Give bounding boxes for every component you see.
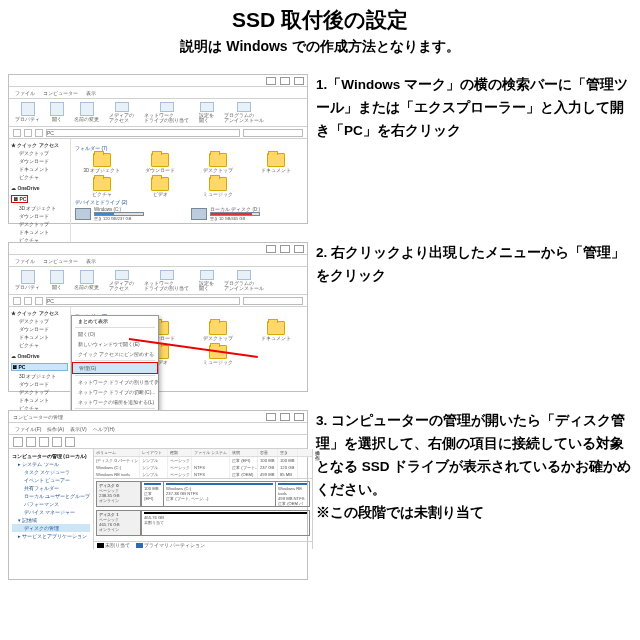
column-header[interactable]: レイアウト: [140, 449, 168, 456]
tree-item[interactable]: デバイス マネージャー: [12, 508, 90, 516]
sidebar-item[interactable]: ドキュメント: [11, 333, 68, 341]
folder-icon[interactable]: デスクトップ: [191, 321, 245, 341]
folder-icon[interactable]: ドキュメント: [249, 321, 303, 341]
ribbon-button[interactable]: 開く: [50, 102, 64, 123]
maximize-icon[interactable]: [280, 413, 290, 421]
sidebar-item[interactable]: ダウンロード: [11, 380, 68, 388]
close-icon[interactable]: [294, 245, 304, 253]
menu-item[interactable]: 開く(O): [72, 329, 158, 339]
menu-item[interactable]: クイック アクセスにピン留めする: [72, 349, 158, 359]
sidebar-item[interactable]: ☁ OneDrive: [11, 185, 68, 191]
volume-row[interactable]: (ディスク 0 パーティション 1)シンプルベーシック正常 (EFI)100 M…: [94, 457, 312, 464]
ribbon-button[interactable]: 名前の変更: [74, 102, 99, 123]
menu-item[interactable]: ヘルプ(H): [93, 426, 115, 432]
menu-item[interactable]: ネットワーク ドライブの切断(C)...: [72, 387, 158, 397]
toolbar-icon[interactable]: [26, 437, 36, 447]
menu-item[interactable]: ネットワーク ドライブの割り当て(N)...: [72, 377, 158, 387]
tab-view[interactable]: 表示: [86, 258, 96, 264]
menu-item[interactable]: 操作(A): [47, 426, 64, 432]
toolbar-icon[interactable]: [52, 437, 62, 447]
sidebar-item[interactable]: ☁ OneDrive: [11, 353, 68, 359]
menu-item[interactable]: ファイル(F): [15, 426, 41, 432]
sidebar-item[interactable]: ダウンロード: [11, 212, 68, 220]
minimize-icon[interactable]: [266, 245, 276, 253]
folder-icon[interactable]: デスクトップ: [191, 153, 245, 173]
folder-icon[interactable]: ミュージック: [191, 177, 245, 197]
column-header[interactable]: 容量: [258, 449, 278, 456]
partition[interactable]: Windows (C:)237.38 GB NTFS正常 (ブート, ページ…): [163, 482, 275, 506]
ribbon-button[interactable]: メディアのアクセス: [109, 270, 134, 291]
column-header[interactable]: ボリューム: [94, 449, 140, 456]
sidebar-item[interactable]: 3D オブジェクト: [11, 372, 68, 380]
sidebar-item[interactable]: ドキュメント: [11, 228, 68, 236]
toolbar-icon[interactable]: [39, 437, 49, 447]
back-icon[interactable]: [13, 297, 21, 305]
tab-file[interactable]: ファイル: [15, 90, 35, 96]
sidebar-item[interactable]: ピクチャ: [11, 341, 68, 349]
up-icon[interactable]: [35, 129, 43, 137]
ribbon-button[interactable]: ネットワークドライブの割り当て: [144, 270, 189, 291]
ribbon-button[interactable]: 設定を開く: [199, 102, 214, 123]
partition[interactable]: Windows RE tools499 MB NTFS正常 (OEM パーティシ…: [275, 482, 309, 506]
drive-item[interactable]: Windows (C:)空き 120 GB/237 GB: [75, 207, 187, 221]
minimize-icon[interactable]: [266, 413, 276, 421]
sidebar-item[interactable]: ドキュメント: [11, 165, 68, 173]
search-input[interactable]: [243, 297, 303, 305]
ribbon-button[interactable]: メディアのアクセス: [109, 102, 134, 123]
ribbon-button[interactable]: 開く: [50, 270, 64, 291]
sidebar-item[interactable]: ピクチャ: [11, 173, 68, 181]
ribbon-button[interactable]: ネットワークドライブの割り当て: [144, 102, 189, 123]
up-icon[interactable]: [35, 297, 43, 305]
ribbon-button[interactable]: 名前の変更: [74, 270, 99, 291]
tree-item[interactable]: ▾ 記憶域: [12, 516, 90, 524]
menu-item[interactable]: 表示(V): [70, 426, 87, 432]
maximize-icon[interactable]: [280, 245, 290, 253]
sidebar-item[interactable]: デスクトップ: [11, 388, 68, 396]
search-input[interactable]: [243, 129, 303, 137]
ribbon-button[interactable]: プロパティ: [15, 102, 40, 123]
volume-row[interactable]: Windows (C:)シンプルベーシックNTFS正常 (ブート…)237 GB…: [94, 464, 312, 471]
tree-item[interactable]: パフォーマンス: [12, 500, 90, 508]
tab-computer[interactable]: コンピューター: [43, 90, 78, 96]
tree-item[interactable]: ▸ システム ツール: [12, 460, 90, 468]
partition[interactable]: 465.76 GB未割り当て: [141, 511, 309, 535]
menu-item[interactable]: 管理(G): [72, 362, 158, 374]
tab-file[interactable]: ファイル: [15, 258, 35, 264]
toolbar-icon[interactable]: [13, 437, 23, 447]
tree-root[interactable]: コンピューターの管理 (ローカル): [12, 452, 90, 460]
tree-item[interactable]: イベント ビューアー: [12, 476, 90, 484]
ribbon-button[interactable]: プログラムのアンインストール: [224, 270, 264, 291]
path-field[interactable]: PC: [46, 297, 240, 305]
volume-row[interactable]: Windows RE toolsシンプルベーシックNTFS正常 (OEM)499…: [94, 471, 312, 478]
ribbon-button[interactable]: プログラムのアンインストール: [224, 102, 264, 123]
sidebar-item[interactable]: ドキュメント: [11, 396, 68, 404]
tree-item[interactable]: ▸ サービスとアプリケーション: [12, 532, 90, 540]
sidebar-item[interactable]: デスクトップ: [11, 149, 68, 157]
tab-view[interactable]: 表示: [86, 90, 96, 96]
tree-item-disk-mgmt[interactable]: ディスクの管理: [12, 524, 90, 532]
forward-icon[interactable]: [24, 297, 32, 305]
partition[interactable]: 100 MB正常 (EFI): [141, 482, 163, 506]
tree-item[interactable]: ローカル ユーザーとグループ: [12, 492, 90, 500]
back-icon[interactable]: [13, 129, 21, 137]
forward-icon[interactable]: [24, 129, 32, 137]
ribbon-button[interactable]: 設定を開く: [199, 270, 214, 291]
column-header[interactable]: 空き: [278, 449, 298, 456]
maximize-icon[interactable]: [280, 77, 290, 85]
toolbar-icon[interactable]: [65, 437, 75, 447]
sidebar-item[interactable]: 3D オブジェクト: [11, 204, 68, 212]
column-header[interactable]: ファイル システム: [192, 449, 230, 456]
sidebar-item-pc[interactable]: 🖥 PC: [11, 363, 68, 371]
tab-computer[interactable]: コンピューター: [43, 258, 78, 264]
column-header[interactable]: 種類: [168, 449, 192, 456]
drive-item[interactable]: ローカル ディスク (D:)空き 10 GB/465 GB: [191, 207, 303, 221]
sidebar-item-pc[interactable]: 🖥 PC: [11, 195, 68, 203]
minimize-icon[interactable]: [266, 77, 276, 85]
tree-item[interactable]: 共有フォルダー: [12, 484, 90, 492]
ribbon-button[interactable]: プロパティ: [15, 270, 40, 291]
folder-icon[interactable]: ドキュメント: [249, 153, 303, 173]
path-field[interactable]: PC: [46, 129, 240, 137]
folder-icon[interactable]: ビデオ: [133, 177, 187, 197]
sidebar-item[interactable]: ダウンロード: [11, 157, 68, 165]
sidebar-item[interactable]: ダウンロード: [11, 325, 68, 333]
